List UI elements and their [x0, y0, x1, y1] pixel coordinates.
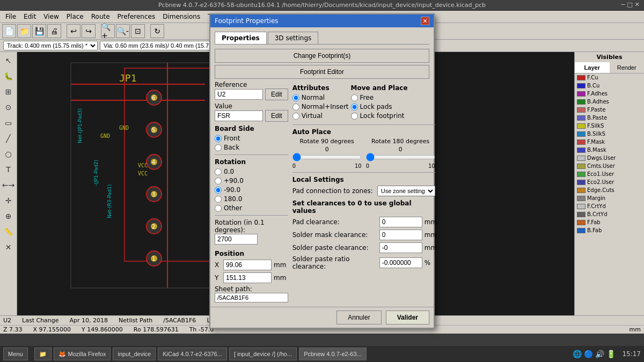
pad-clearance-input[interactable] [379, 217, 422, 227]
rotation-label: Rotation [215, 158, 288, 166]
rotation-01-label: Rotation (in 0.1 degrees): [215, 219, 288, 234]
attributes-label: Attributes [292, 84, 349, 92]
pad-connection-label: Pad connection to zones: [292, 187, 375, 195]
attr-normal-insert-label: Normal+Insert [302, 103, 349, 110]
rotation-p90-row: +90.0 [215, 177, 288, 184]
right-col: Attributes Normal Normal+Insert [292, 81, 435, 302]
rotation-180-row: 180.0 [215, 195, 288, 203]
rotate90-min: 0 [292, 163, 296, 169]
value-input[interactable] [215, 110, 263, 121]
footprint-editor-btn[interactable]: Footprint Editor [215, 65, 429, 79]
mplace-lock-footprint-label: Lock footprint [360, 112, 405, 120]
rotation-0-row: 0.0 [215, 168, 288, 175]
rotation-180-label: 180.0 [224, 195, 242, 203]
attr-normal-radio[interactable] [292, 94, 299, 101]
board-side-back-label: Back [224, 144, 239, 151]
board-side-back-row: Back [215, 144, 288, 151]
attr-virtual-row: Virtual [292, 112, 349, 120]
mplace-lock-pads-radio[interactable] [351, 104, 358, 110]
mplace-col: Move and Place Free Lock pads [351, 81, 408, 121]
mplace-free-radio[interactable] [351, 94, 358, 101]
solder-paste-ratio-unit: % [425, 259, 435, 267]
rotate90-col: Rotate 90 degrees 0 0 10 [292, 138, 362, 169]
board-side-front-label: Front [224, 135, 240, 142]
attr-normal-row: Normal [292, 94, 349, 101]
rotate90-max: 10 [355, 163, 362, 169]
attr-col: Attributes Normal Normal+Insert [292, 81, 349, 121]
dialog-title-bar: Footprint Properties ✕ [210, 14, 434, 27]
pos-x-label: X [215, 261, 221, 269]
position-label: Position [215, 250, 288, 257]
rotate90-slider[interactable] [292, 153, 362, 161]
rotation-p90-label: +90.0 [224, 177, 244, 184]
solder-paste-label: Solder paste clearance: [292, 244, 377, 252]
reference-input[interactable] [215, 89, 263, 100]
rotate180-col: Rotate 180 degrees 0 0 10 [366, 138, 435, 169]
rotation-0-label: 0.0 [224, 168, 234, 175]
mplace-free-label: Free [360, 94, 374, 101]
pos-y-unit: mm [274, 274, 286, 282]
rotation-other-label: Other [224, 204, 242, 212]
value-row: Edit [215, 110, 288, 122]
rotation-180-radio[interactable] [215, 196, 222, 203]
rotation-0-radio[interactable] [215, 168, 222, 175]
rotation-m90-row: -90.0 [215, 186, 288, 194]
rotate180-max: 10 [428, 163, 435, 169]
ok-btn[interactable]: Valider [386, 311, 429, 324]
rotation-p90-radio[interactable] [215, 178, 222, 184]
move-place-label: Move and Place [351, 84, 408, 92]
pos-y-label: Y [215, 274, 221, 282]
attr-columns: Attributes Normal Normal+Insert [292, 81, 435, 121]
board-side-back-radio[interactable] [215, 144, 222, 151]
attr-normal-label: Normal [302, 94, 325, 101]
board-side-front-radio[interactable] [215, 135, 222, 142]
cancel-btn[interactable]: Annuler [336, 311, 381, 324]
pad-connection-row: Pad connection to zones: Use zone settin… [292, 186, 435, 196]
set-clearances-text: Set clearances to 0 to use global values [292, 200, 435, 215]
solder-paste-ratio-label: Solder paste ratio clearance: [292, 255, 377, 270]
auto-place-label: Auto Place [292, 128, 435, 136]
rotation-01-input[interactable] [215, 234, 258, 245]
pad-clearance-label: Pad clearance: [292, 218, 377, 226]
footprint-properties-dialog: Footprint Properties ✕ Properties 3D set… [209, 13, 435, 329]
value-edit-btn[interactable]: Edit [265, 110, 288, 122]
rotation-other-radio[interactable] [215, 205, 222, 212]
attr-virtual-label: Virtual [302, 112, 323, 120]
board-side-front-row: Front [215, 135, 288, 142]
pos-y-input[interactable] [223, 272, 272, 283]
dialog-close-btn[interactable]: ✕ [421, 17, 429, 25]
rotation-m90-radio[interactable] [215, 187, 222, 194]
rotate180-slider[interactable] [366, 153, 435, 161]
rotation-other-row: Other [215, 204, 288, 212]
pad-connection-select[interactable]: Use zone settingThermal reliefsSolid [377, 186, 435, 196]
attr-virtual-radio[interactable] [292, 113, 299, 120]
sheet-path-input[interactable] [215, 293, 288, 302]
change-footprint-btn[interactable]: Change Footprint(s) [215, 49, 429, 63]
tab-properties[interactable]: Properties [215, 32, 267, 44]
local-settings-label: Local Settings [292, 176, 435, 183]
value-label: Value [215, 102, 288, 110]
tab-3d-settings[interactable]: 3D settings [268, 32, 319, 44]
pos-x-row: X mm [215, 260, 288, 270]
board-side-label: Board Side [215, 125, 288, 132]
slider-section: Rotate 90 degrees 0 0 10 Rotate 180 degr… [292, 138, 435, 169]
reference-edit-btn[interactable]: Edit [265, 88, 288, 100]
pos-x-unit: mm [274, 261, 286, 269]
rotate180-min: 0 [366, 163, 369, 169]
mplace-free-row: Free [351, 94, 408, 101]
solder-paste-ratio-input[interactable] [379, 257, 422, 268]
dialog-body: Properties 3D settings Change Footprint(… [210, 27, 434, 307]
attr-normal-insert-row: Normal+Insert [292, 103, 349, 110]
solder-paste-input[interactable] [379, 242, 422, 253]
mplace-lock-footprint-radio[interactable] [351, 113, 358, 120]
sheet-path-label: Sheet path: [215, 285, 288, 293]
rotate90-value: 0 [292, 146, 362, 153]
attr-normal-insert-radio[interactable] [292, 104, 299, 110]
solder-paste-ratio-row: Solder paste ratio clearance: % [292, 255, 435, 270]
mplace-lock-pads-label: Lock pads [360, 103, 392, 110]
solder-mask-input[interactable] [379, 230, 422, 240]
pos-x-input[interactable] [223, 260, 272, 270]
slider-columns: Rotate 90 degrees 0 0 10 Rotate 180 degr… [292, 138, 435, 169]
pos-y-row: Y mm [215, 272, 288, 283]
rotate180-label: Rotate 180 degrees [366, 138, 435, 145]
